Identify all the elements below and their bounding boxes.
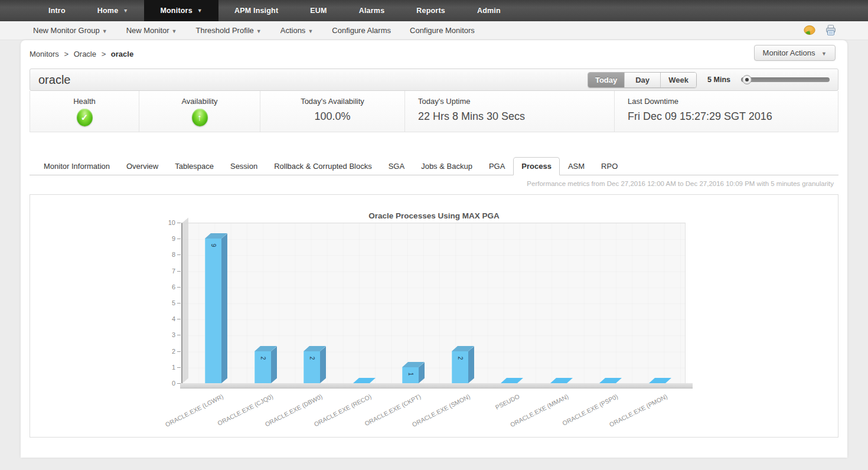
stat-health: Health✓	[30, 91, 139, 132]
tab-process[interactable]: Process	[513, 157, 560, 175]
time-range-today-button[interactable]: Today	[588, 73, 624, 87]
nav-item-label: Reports	[416, 6, 445, 15]
breadcrumb-row: Monitors > Oracle > oracle Monitor Actio…	[30, 40, 838, 64]
toolbar-item-new-monitor-group[interactable]: New Monitor Group▼	[24, 26, 117, 35]
y-axis-tick-label: 9	[160, 235, 175, 242]
nav-item-eum[interactable]: EUM	[294, 0, 342, 21]
y-axis-tick-mark	[177, 254, 181, 255]
y-axis-tick-mark	[177, 239, 181, 239]
monitor-title-bar: oracle TodayDayWeek 5 Mins	[30, 68, 838, 91]
pie-chart-icon[interactable]	[803, 24, 816, 37]
status-strip: Health✓Availability↑Today's Availability…	[30, 91, 838, 132]
nav-item-alarms[interactable]: Alarms	[343, 0, 401, 21]
stat-availability: Availability↑	[139, 91, 260, 132]
y-axis-tick-mark	[177, 335, 181, 335]
nav-item-intro[interactable]: Intro	[32, 0, 81, 21]
tab-overview[interactable]: Overview	[118, 157, 167, 175]
stat-today-s-availability: Today's Availability100.0%	[260, 91, 405, 132]
title-bar-controls: TodayDayWeek 5 Mins	[588, 72, 830, 88]
y-axis-tick-label: 7	[160, 267, 175, 275]
tab-session[interactable]: Session	[222, 157, 266, 175]
nav-item-apm-insight[interactable]: APM Insight	[218, 0, 294, 21]
check-badge-icon: ✓	[77, 109, 93, 126]
tab-monitor-information[interactable]: Monitor Information	[35, 157, 118, 175]
y-axis-tick-label: 6	[160, 283, 175, 291]
monitor-title: oracle	[38, 73, 70, 87]
chart-plot-area: 0123456789109ORACLE.EXE (LGWR)2ORACLE.EX…	[181, 223, 686, 388]
tab-rollback-corrupted-blocks[interactable]: Rollback & Corrupted Blocks	[266, 157, 380, 175]
nav-item-label: Intro	[48, 6, 66, 15]
y-axis-tick-mark	[177, 271, 181, 272]
time-range-week-button[interactable]: Week	[660, 73, 696, 87]
nav-item-label: Monitors	[160, 6, 192, 15]
chevron-down-icon: ▼	[172, 28, 177, 34]
toolbar-item-actions[interactable]: Actions▼	[271, 26, 323, 35]
plot-left-wall	[182, 218, 188, 383]
breadcrumb-current: oracle	[111, 50, 133, 58]
chart-panel: Oracle Processes Using MAX PGA 012345678…	[30, 194, 838, 438]
nav-item-admin[interactable]: Admin	[461, 0, 517, 21]
nav-item-reports[interactable]: Reports	[400, 0, 461, 21]
content-card: Monitors > Oracle > oracle Monitor Actio…	[21, 40, 847, 458]
nav-item-monitors[interactable]: Monitors▼	[144, 0, 218, 21]
y-axis-tick-mark	[177, 351, 181, 352]
toolbar-item-new-monitor[interactable]: New Monitor▼	[117, 26, 187, 35]
y-axis-tick-label: 5	[160, 299, 175, 306]
time-range-segmented-control: TodayDayWeek	[588, 72, 697, 88]
interval-label: 5 Mins	[707, 76, 730, 84]
y-axis-tick-mark	[177, 303, 181, 303]
tab-sga[interactable]: SGA	[380, 157, 413, 175]
time-range-day-button[interactable]: Day	[624, 73, 660, 87]
chevron-down-icon: ▼	[256, 28, 262, 34]
y-axis-tick-label: 1	[160, 364, 175, 371]
breadcrumb-monitors-link[interactable]: Monitors	[30, 50, 59, 58]
chart-title: Oracle Processes Using MAX PGA	[30, 211, 838, 220]
toolbar-icons	[803, 24, 837, 37]
nav-item-label: Home	[97, 6, 119, 15]
tab-pga[interactable]: PGA	[481, 157, 513, 175]
tab-jobs-backup[interactable]: Jobs & Backup	[413, 157, 481, 175]
stat-last-downtime: Last DowntimeFri Dec 09 15:27:29 SGT 201…	[615, 91, 838, 132]
breadcrumb-oracle-link[interactable]: Oracle	[74, 50, 96, 58]
toolbar-item-configure-alarms[interactable]: Configure Alarms	[322, 26, 400, 35]
toolbar-item-configure-monitors[interactable]: Configure Monitors	[400, 26, 484, 35]
tab-asm[interactable]: ASM	[560, 157, 593, 175]
y-axis-tick-label: 2	[160, 348, 175, 355]
toolbar-items: New Monitor Group▼New Monitor▼Threshold …	[24, 26, 484, 35]
nav-item-label: APM Insight	[234, 6, 278, 15]
chevron-down-icon: ▼	[197, 8, 203, 14]
y-axis-tick-label: 3	[160, 331, 175, 338]
bar-side-face	[221, 234, 227, 383]
bar-value-label: 9	[210, 237, 217, 254]
stat-label: Availability	[139, 97, 260, 106]
nav-item-label: Alarms	[359, 6, 385, 15]
monitor-actions-button[interactable]: Monitor Actions ▼	[754, 45, 836, 61]
print-icon[interactable]	[824, 24, 837, 37]
breadcrumb-separator: >	[102, 50, 106, 58]
chevron-down-icon: ▼	[123, 8, 128, 14]
stat-today-s-uptime: Today's Uptime22 Hrs 8 Mins 30 Secs	[405, 91, 615, 132]
monitor-tabs: Monitor InformationOverviewTablespaceSes…	[30, 157, 838, 175]
tab-rpo[interactable]: RPO	[593, 157, 626, 175]
y-axis-tick-label: 10	[160, 219, 175, 226]
chevron-down-icon: ▼	[102, 28, 107, 34]
granularity-slider[interactable]	[741, 77, 830, 82]
breadcrumb-separator: >	[64, 50, 68, 58]
stat-value: Fri Dec 09 15:27:29 SGT 2016	[628, 110, 838, 123]
tab-tablespace[interactable]: Tablespace	[167, 157, 222, 175]
nav-item-label: Admin	[477, 6, 501, 15]
bar-value-label: 2	[259, 350, 266, 366]
nav-item-home[interactable]: Home▼	[81, 0, 145, 21]
y-axis-tick-label: 8	[160, 251, 175, 258]
chart-bar[interactable]	[205, 239, 221, 383]
stat-label: Health	[30, 97, 139, 106]
bar-side-face	[468, 346, 474, 383]
slider-handle[interactable]	[742, 75, 752, 84]
chevron-down-icon: ▼	[308, 28, 313, 34]
monitor-toolbar: New Monitor Group▼New Monitor▼Threshold …	[0, 21, 868, 40]
toolbar-item-threshold-profile[interactable]: Threshold Profile▼	[187, 26, 271, 35]
stat-label: Last Downtime	[628, 97, 838, 106]
y-axis-tick-mark	[177, 287, 181, 288]
bar-value-label: 1	[407, 365, 414, 382]
breadcrumb: Monitors > Oracle > oracle	[30, 50, 133, 58]
